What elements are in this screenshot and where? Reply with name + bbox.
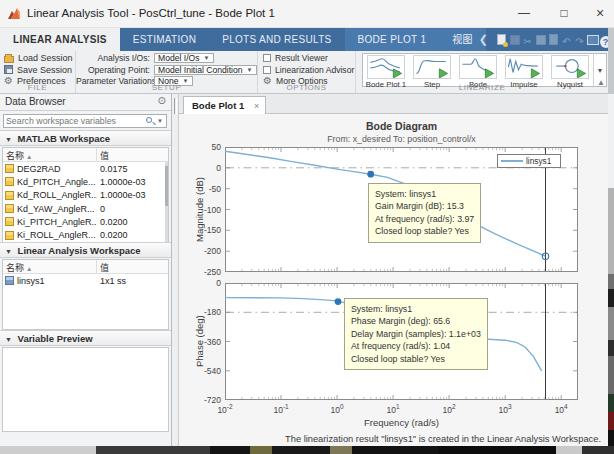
operating-point-dropdown[interactable]: Model Initial Condition▼: [154, 65, 257, 75]
y-tick-label: -250: [193, 267, 221, 277]
gallery-item-bode-plot-1[interactable]: Bode Plot 1: [363, 54, 409, 86]
y-tick-label: -540: [193, 366, 221, 376]
y-tick-label: -200: [193, 246, 221, 256]
search-input[interactable]: [6, 115, 136, 127]
phase-margin-datatip[interactable]: System: linsys1Phase Margin (deg): 65.6D…: [344, 298, 488, 370]
datatip-line: Phase Margin (deg): 65.6: [351, 315, 481, 327]
state-space-variable-icon: [5, 276, 14, 285]
table-row-kd-pitch-angle[interactable]: Kd_PITCH_Angle...1.0000e-03: [3, 175, 168, 188]
save-session-button[interactable]: Save Session: [4, 65, 75, 76]
variable-value: 0.0200: [97, 217, 168, 227]
impulse-plot-icon: [505, 55, 543, 79]
table-row-kd-roll-angler[interactable]: Kd_ROLL_AngleR...1.0000e-03: [3, 189, 168, 202]
copy-icon[interactable]: [534, 33, 547, 46]
load-session-label: Load Session: [18, 53, 73, 63]
quick-access-toolbar: ❮ ✂↶↷?: [479, 28, 612, 51]
panel-splitter[interactable]: [172, 94, 179, 446]
column-header-name[interactable]: 名称▲: [3, 148, 97, 161]
save-session-label: Save Session: [17, 65, 72, 75]
ribbon-tab-estimation[interactable]: ESTIMATION: [120, 28, 209, 51]
scrollbar[interactable]: [165, 162, 168, 244]
search-icon[interactable]: [146, 117, 152, 123]
data-browser-header: Data Browser ⊙: [0, 94, 171, 111]
quick-access-collapse-icon[interactable]: ❮: [479, 33, 488, 46]
matlab-workspace-section-header[interactable]: ▼ MATLAB Workspace: [0, 130, 171, 146]
result-viewer-option[interactable]: Result Viewer: [263, 53, 355, 64]
y-tick-label: -180: [193, 307, 221, 317]
table-row-linsys1[interactable]: linsys11x1 ss: [3, 274, 168, 287]
y-tick-label: 50: [193, 142, 221, 152]
legend-label: linsys1: [526, 156, 551, 166]
chevron-down-icon: ▼: [247, 67, 253, 73]
variable-value: 1.0000e-03: [97, 190, 168, 200]
ribbon-tab-linear-analysis[interactable]: LINEAR ANALYSIS: [0, 28, 120, 51]
save-icon[interactable]: [508, 33, 521, 46]
linear-analysis-workspace-section-header[interactable]: ▼ Linear Analysis Workspace: [0, 242, 171, 258]
minimize-button[interactable]: —: [508, 0, 540, 27]
variable-name: Kd_PITCH_Angle...: [3, 177, 97, 187]
data-browser-title: Data Browser: [5, 96, 66, 107]
linearization-advisor-checkbox[interactable]: [263, 66, 271, 74]
plot-title: Bode Diagram: [225, 120, 578, 132]
close-button[interactable]: ×: [584, 0, 614, 27]
table-header: 名称▲值: [3, 148, 168, 162]
x-tick-label: 103: [490, 403, 520, 415]
variable-name: Ki_PITCH_AngleR...: [3, 217, 97, 227]
gallery-item-bode[interactable]: Bode: [455, 54, 501, 86]
tab-bode-plot-1[interactable]: Bode Plot 1 ×: [183, 96, 266, 114]
section-label-linearize: LINEARIZE: [356, 83, 608, 92]
matrix-variable-icon: [5, 217, 14, 226]
result-viewer-checkbox[interactable]: [263, 54, 271, 62]
maximize-button[interactable]: □: [548, 0, 580, 27]
table-row-deg2rad[interactable]: DEG2RAD0.0175: [3, 162, 168, 175]
search-options-icon[interactable]: ▼: [157, 118, 163, 124]
variable-preview-section-header[interactable]: ▼ Variable Preview: [0, 330, 171, 346]
table-row-ki-pitch-angler[interactable]: Ki_PITCH_AngleR...0.0200: [3, 215, 168, 228]
gallery-item-nyquist[interactable]: Nyquist: [547, 54, 593, 86]
variable-value: 1x1 ss: [97, 276, 168, 286]
splitter-grip[interactable]: [174, 98, 177, 114]
window-title: Linear Analysis Tool - PosCtrl_tune - Bo…: [27, 7, 275, 19]
main-area: Data Browser ⊙ ▼ ▼ MATLAB Workspace 名称▲值…: [0, 94, 608, 446]
table-row-kd-yaw-angler[interactable]: Kd_YAW_AngleR...0: [3, 202, 168, 215]
datatip-line: At frequency (rad/s): 3.97: [375, 213, 474, 225]
datatip-line: System: linsys1: [375, 188, 474, 200]
datatip-line: Closed loop stable? Yes: [375, 225, 474, 237]
linearize-gallery: Bode Plot 1StepBodeImpulseNyquist ▼: [362, 53, 607, 87]
bode-figure: Bode Diagram From: x_desired To: positio…: [179, 114, 608, 446]
variable-name: linsys1: [3, 276, 97, 286]
ribbon-tab-strip: LINEAR ANALYSISESTIMATIONPLOTS AND RESUL…: [0, 28, 614, 51]
new-script-icon[interactable]: [495, 33, 508, 46]
legend[interactable]: linsys1: [497, 154, 561, 168]
analysis-ios-label: Analysis I/Os:: [76, 53, 154, 63]
y-tick-label: -50: [193, 184, 221, 194]
linearization-advisor-option[interactable]: Linearization Advisor: [263, 65, 355, 76]
undo-icon[interactable]: ↶: [560, 35, 573, 48]
close-tab-icon[interactable]: ×: [254, 101, 259, 111]
table-row-ki-roll-angler[interactable]: Ki_ROLL_AngleR...0.0200: [3, 228, 168, 241]
sort-asc-icon: ▲: [26, 153, 32, 160]
sort-asc-icon: ▲: [26, 265, 32, 272]
datatip-line: At frequency (rad/s): 1.04: [351, 340, 481, 352]
save-icon: [4, 65, 13, 74]
gallery-item-step[interactable]: Step: [409, 54, 455, 86]
cut-icon[interactable]: ✂: [521, 35, 534, 48]
ribbon-tab-bode-plot-1[interactable]: BODE PLOT 1: [345, 28, 440, 51]
matrix-variable-icon: [5, 177, 14, 186]
ribbon-tab-plots-and-results[interactable]: PLOTS AND RESULTS: [209, 28, 344, 51]
panel-menu-icon[interactable]: ⊙: [158, 95, 166, 106]
column-header-value[interactable]: 值: [97, 148, 168, 161]
load-session-button[interactable]: Load Session: [4, 53, 75, 64]
status-message: The linearization result "linsys1" is cr…: [285, 434, 601, 444]
collapse-triangle-icon: ▼: [5, 248, 12, 255]
gallery-item-impulse[interactable]: Impulse: [501, 54, 547, 86]
analysis-ios-dropdown[interactable]: Model I/Os▼: [154, 53, 214, 63]
redo-icon[interactable]: ↷: [573, 35, 586, 48]
paste-icon[interactable]: [547, 33, 560, 46]
gain-margin-datatip[interactable]: System: linsys1Gain Margin (dB): 15.3At …: [368, 183, 481, 243]
variable-value: 0: [97, 204, 168, 214]
layout-icon[interactable]: [586, 33, 599, 46]
title-bar: Linear Analysis Tool - PosCtrl_tune - Bo…: [0, 0, 614, 28]
column-header-name[interactable]: 名称▲: [3, 260, 97, 273]
column-header-value[interactable]: 值: [97, 260, 168, 273]
